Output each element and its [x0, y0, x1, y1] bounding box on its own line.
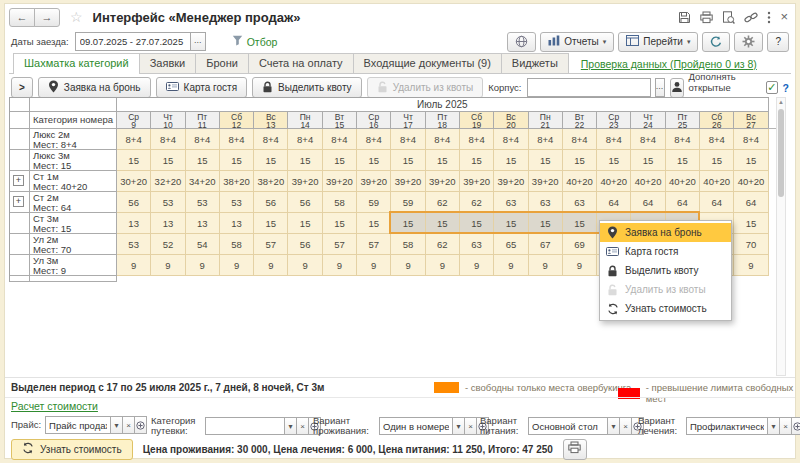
- value-cell[interactable]: 39+20: [288, 171, 322, 192]
- value-cell[interactable]: 15: [700, 150, 734, 171]
- value-cell[interactable]: 58: [323, 192, 357, 213]
- value-cell[interactable]: 9: [220, 255, 254, 276]
- field-input[interactable]: [379, 417, 453, 435]
- value-cell[interactable]: 8+4: [529, 129, 563, 150]
- value-cell[interactable]: 15: [563, 213, 597, 234]
- value-cell[interactable]: 63: [460, 234, 494, 255]
- value-cell[interactable]: 15: [734, 150, 768, 171]
- calc-cost-button[interactable]: Узнать стоимость: [11, 439, 133, 460]
- value-cell[interactable]: 53: [186, 192, 220, 213]
- expand-panel-button[interactable]: >: [11, 77, 33, 98]
- date-picker-button[interactable]: ...: [190, 32, 206, 51]
- value-cell[interactable]: 15: [597, 150, 631, 171]
- value-cell[interactable]: 53: [151, 192, 185, 213]
- value-cell[interactable]: 8+4: [323, 129, 357, 150]
- value-cell[interactable]: 15: [288, 213, 322, 234]
- vertical-scrollbar[interactable]: ▲: [776, 97, 786, 376]
- value-cell[interactable]: 52: [151, 234, 185, 255]
- value-cell[interactable]: 62: [426, 192, 460, 213]
- value-cell[interactable]: 8+4: [357, 129, 391, 150]
- value-cell[interactable]: 64: [734, 192, 768, 213]
- value-cell[interactable]: 38+20: [220, 171, 254, 192]
- value-cell[interactable]: 40+20: [631, 171, 665, 192]
- value-cell[interactable]: 8+4: [700, 129, 734, 150]
- print-cost-button[interactable]: [563, 439, 587, 460]
- reports-button[interactable]: Отчеты▾: [540, 32, 614, 52]
- tab-3[interactable]: Брони: [195, 53, 249, 73]
- value-cell[interactable]: 8+4: [288, 129, 322, 150]
- data-check-link[interactable]: Проверка данных (Пройдено 0 из 8): [581, 58, 757, 70]
- value-cell[interactable]: 56: [288, 192, 322, 213]
- help-button[interactable]: ?: [767, 32, 789, 52]
- value-cell[interactable]: 15: [529, 150, 563, 171]
- arrival-dates-input[interactable]: [75, 32, 191, 51]
- context-menu-item[interactable]: Карта гостя: [600, 242, 731, 261]
- value-cell[interactable]: 58: [220, 234, 254, 255]
- value-cell[interactable]: 53: [117, 234, 151, 255]
- value-cell[interactable]: 59: [391, 192, 425, 213]
- value-cell[interactable]: 8+4: [220, 129, 254, 150]
- value-cell[interactable]: 9: [117, 255, 151, 276]
- value-cell[interactable]: 62: [426, 234, 460, 255]
- value-cell[interactable]: 15: [460, 213, 494, 234]
- value-cell[interactable]: 8+4: [563, 129, 597, 150]
- globe-button[interactable]: [507, 32, 536, 52]
- value-cell[interactable]: 69: [563, 234, 597, 255]
- tab-6[interactable]: Виджеты: [501, 53, 569, 73]
- value-cell[interactable]: 39+20: [357, 171, 391, 192]
- value-cell[interactable]: 40+20: [597, 171, 631, 192]
- value-cell[interactable]: 15: [357, 213, 391, 234]
- value-cell[interactable]: 63: [563, 192, 597, 213]
- value-cell[interactable]: 57: [357, 234, 391, 255]
- toolbar-button-2[interactable]: Карта гостя: [156, 77, 248, 98]
- value-cell[interactable]: 15: [666, 150, 700, 171]
- value-cell[interactable]: 57: [254, 234, 288, 255]
- value-cell[interactable]: 40+20: [700, 171, 734, 192]
- close-icon[interactable]: ×: [780, 11, 788, 23]
- field-input[interactable]: [528, 417, 608, 435]
- value-cell[interactable]: 15: [357, 150, 391, 171]
- value-cell[interactable]: 64: [666, 192, 700, 213]
- field-input[interactable]: [205, 417, 285, 435]
- value-cell[interactable]: 39+20: [494, 171, 528, 192]
- value-cell[interactable]: 8+4: [597, 129, 631, 150]
- value-cell[interactable]: 38+20: [254, 171, 288, 192]
- value-cell[interactable]: 8+4: [117, 129, 151, 150]
- value-cell[interactable]: 9: [529, 255, 563, 276]
- value-cell[interactable]: 9: [323, 255, 357, 276]
- korpus-ellipsis-button[interactable]: ...: [655, 78, 665, 97]
- person-button[interactable]: [670, 78, 684, 98]
- value-cell[interactable]: 40+20: [666, 171, 700, 192]
- tab-2[interactable]: Заявки: [139, 53, 197, 73]
- value-cell[interactable]: 9: [288, 255, 322, 276]
- value-cell[interactable]: 53: [220, 192, 254, 213]
- context-menu-item[interactable]: Заявка на бронь: [600, 223, 731, 242]
- value-cell[interactable]: 15: [391, 150, 425, 171]
- value-cell[interactable]: 15: [323, 213, 357, 234]
- scrollbar-thumb[interactable]: [778, 109, 784, 197]
- forward-button[interactable]: →: [34, 8, 60, 27]
- tab-4[interactable]: Счета на оплату: [248, 53, 354, 73]
- value-cell[interactable]: 9: [391, 255, 425, 276]
- value-cell[interactable]: 39+20: [529, 171, 563, 192]
- value-cell[interactable]: 15: [563, 150, 597, 171]
- value-cell[interactable]: 9: [151, 255, 185, 276]
- filter-link[interactable]: Отбор: [232, 35, 278, 48]
- value-cell[interactable]: 15: [254, 213, 288, 234]
- expander-icon[interactable]: +: [13, 196, 24, 207]
- value-cell[interactable]: 15: [460, 150, 494, 171]
- value-cell[interactable]: 15: [631, 150, 665, 171]
- append-open-requests-checkbox[interactable]: ✓: [766, 81, 777, 94]
- value-cell[interactable]: 15: [494, 150, 528, 171]
- value-cell[interactable]: 8+4: [426, 129, 460, 150]
- value-cell[interactable]: 63: [529, 192, 563, 213]
- cost-calc-link[interactable]: Расчет стоимости: [11, 400, 98, 412]
- expander-icon[interactable]: +: [13, 175, 24, 186]
- value-cell[interactable]: 34+20: [186, 171, 220, 192]
- value-cell[interactable]: 15: [151, 150, 185, 171]
- value-cell[interactable]: 15: [426, 213, 460, 234]
- value-cell[interactable]: 15: [186, 150, 220, 171]
- value-cell[interactable]: 15: [391, 213, 425, 234]
- value-cell[interactable]: 8+4: [254, 129, 288, 150]
- open-button[interactable]: [791, 417, 800, 435]
